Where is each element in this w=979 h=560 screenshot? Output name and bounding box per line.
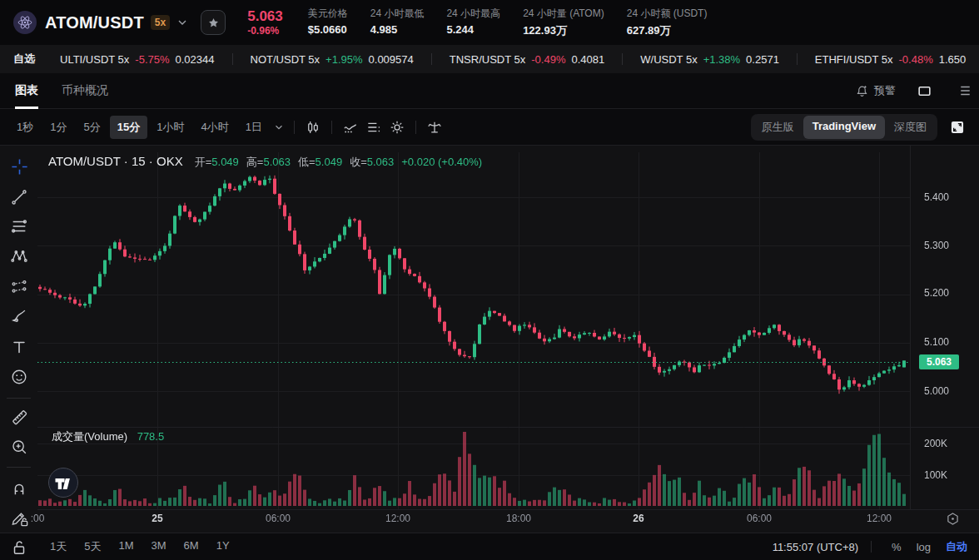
timeframe-dropdown-icon[interactable] <box>271 116 287 139</box>
price-tick: 5.000 <box>924 385 949 397</box>
watchlist-item[interactable]: ULTI/USDT 5x-5.75%0.02344 <box>60 53 215 66</box>
drawing-lock-tool[interactable] <box>9 508 29 528</box>
watchlist-item[interactable]: W/USDT 5x+1.38%0.2571 <box>640 53 779 66</box>
market-stat: 24 小时最高5.244 <box>446 7 500 38</box>
legend-title: ATOM/USDT · 15 · OKX <box>48 154 183 168</box>
close-value: 5.063 <box>367 156 395 168</box>
trendline-tool[interactable] <box>9 187 29 207</box>
clock[interactable]: 11:55:07 (UTC+8) <box>773 541 858 553</box>
forecast-tool[interactable] <box>9 277 29 297</box>
xabcd-pattern-tool[interactable] <box>9 246 29 266</box>
watchlist-pair: NOT/USDT 5x <box>251 53 321 66</box>
range-3M[interactable]: 3M <box>152 539 166 554</box>
percent-scale-button[interactable]: % <box>892 541 902 553</box>
auto-scale-button[interactable]: 自动 <box>946 539 967 554</box>
log-scale-button[interactable]: log <box>917 541 931 553</box>
view-mode-2[interactable]: 深度图 <box>885 116 936 139</box>
candle-style-icon[interactable] <box>301 116 325 139</box>
symbol-name[interactable]: ATOM/USDT <box>45 13 144 32</box>
price-tick: 5.200 <box>924 287 949 299</box>
volume-label: 成交量(Volume) <box>52 430 127 443</box>
stat-value: 4.985 <box>370 23 425 36</box>
watchlist-pair: W/USDT 5x <box>640 53 697 66</box>
settings-gear-icon[interactable] <box>385 116 409 139</box>
fib-retracement-tool[interactable] <box>9 216 29 236</box>
favorite-button[interactable] <box>201 10 226 35</box>
drawing-tools-sidebar <box>0 146 37 560</box>
time-axis-settings-icon[interactable] <box>945 511 961 527</box>
watchlist-change: -0.48% <box>899 53 933 66</box>
timeframe-1分[interactable]: 1分 <box>42 116 74 139</box>
timeframe-1秒[interactable]: 1秒 <box>9 116 41 139</box>
price-tick: 5.100 <box>924 336 949 348</box>
text-tool[interactable] <box>9 337 29 357</box>
timeframe-1小时[interactable]: 1小时 <box>149 116 191 139</box>
leverage-badge: 5x <box>151 15 170 30</box>
lock-all-tool[interactable] <box>9 538 29 558</box>
stat-label: 24 小时最高 <box>446 7 500 21</box>
watchlist-item[interactable]: TNSR/USDT 5x-0.49%0.4081 <box>450 53 604 66</box>
time-tick: 18:00 <box>506 513 531 524</box>
zoom-in-tool[interactable] <box>9 437 29 457</box>
tradingview-logo[interactable] <box>47 467 79 498</box>
open-label: 开= <box>195 155 212 170</box>
measure-ruler-tool[interactable] <box>9 407 29 427</box>
high-value: 5.063 <box>263 156 291 168</box>
templates-icon[interactable] <box>362 116 385 139</box>
trading-app: ATOM/USDT 5x 5.063 -0.96% 美元价格$5.066024 … <box>0 0 979 560</box>
chart-area[interactable]: ATOM/USDT · 15 · OKX 开= 5.049 高= 5.063 低… <box>0 146 979 533</box>
header-last-price: 5.063 <box>247 8 283 25</box>
timeframe-1日[interactable]: 1日 <box>238 116 270 139</box>
bell-icon <box>855 84 869 98</box>
watchlist-change: +1.95% <box>326 53 362 66</box>
view-mode-0[interactable]: 原生版 <box>753 116 803 139</box>
watchlist-price: 0.009574 <box>369 53 414 66</box>
timeframe-4小时[interactable]: 4小时 <box>193 116 236 139</box>
timeframe-5分[interactable]: 5分 <box>76 116 107 139</box>
range-6M[interactable]: 6M <box>184 539 199 554</box>
chevron-down-icon[interactable] <box>176 16 189 29</box>
alert-label: 预警 <box>874 83 896 98</box>
divider <box>797 53 798 65</box>
brush-tool[interactable] <box>9 306 29 326</box>
range-1M[interactable]: 1M <box>118 539 133 554</box>
symbol-header: ATOM/USDT 5x 5.063 -0.96% 美元价格$5.066024 … <box>0 0 979 45</box>
price-tick: 5.300 <box>924 240 949 251</box>
compare-icon[interactable] <box>423 116 446 139</box>
layout-panel-icon[interactable] <box>912 79 936 102</box>
watchlist-label[interactable]: 自选 <box>13 52 35 67</box>
price-block: 5.063 -0.96% <box>247 8 283 37</box>
tab-chart[interactable]: 图表 <box>15 73 38 109</box>
watchlist-pair: ETHFI/USDT 5x <box>815 53 893 66</box>
crosshair-tool[interactable] <box>9 156 29 176</box>
timeframe-15分[interactable]: 15分 <box>110 116 147 139</box>
watchlist-item[interactable]: ETHFI/USDT 5x-0.48%1.650 <box>815 53 966 66</box>
time-tick: 12:00 <box>385 513 410 524</box>
volume-legend: 成交量(Volume) 778.5 <box>52 429 164 444</box>
emoji-tool[interactable] <box>9 367 29 387</box>
fullscreen-icon[interactable] <box>949 119 966 136</box>
watchlist-item[interactable]: NOT/USDT 5x+1.95%0.009574 <box>251 53 414 66</box>
high-label: 高= <box>246 155 264 170</box>
divider <box>431 53 432 65</box>
more-menu-icon[interactable] <box>952 79 976 102</box>
alert-button[interactable]: 预警 <box>855 83 896 98</box>
range-5天[interactable]: 5天 <box>84 539 101 554</box>
market-stats: 美元价格$5.066024 小时最低4.98524 小时最高5.24424 小时… <box>308 7 708 38</box>
stat-label: 24 小时最低 <box>370 7 425 21</box>
view-tabs: 图表 币种概况 预警 <box>0 73 979 109</box>
close-label: 收= <box>350 155 367 170</box>
candlestick-canvas[interactable] <box>0 146 979 533</box>
low-value: 5.049 <box>316 156 343 168</box>
stat-value: 5.244 <box>446 23 500 36</box>
view-mode-1[interactable]: TradingView <box>803 116 885 139</box>
indicators-icon[interactable] <box>339 116 362 139</box>
market-stat: 24 小时量 (ATOM)122.93万 <box>523 7 604 38</box>
divider <box>232 53 233 65</box>
tab-coin-overview[interactable]: 币种概况 <box>62 73 108 109</box>
range-buttons: 1天5天1M3M6M1Y <box>50 539 247 554</box>
range-1Y[interactable]: 1Y <box>216 539 230 554</box>
low-label: 低= <box>298 155 316 170</box>
magnet-tool[interactable] <box>9 478 29 498</box>
range-1天[interactable]: 1天 <box>50 539 67 554</box>
